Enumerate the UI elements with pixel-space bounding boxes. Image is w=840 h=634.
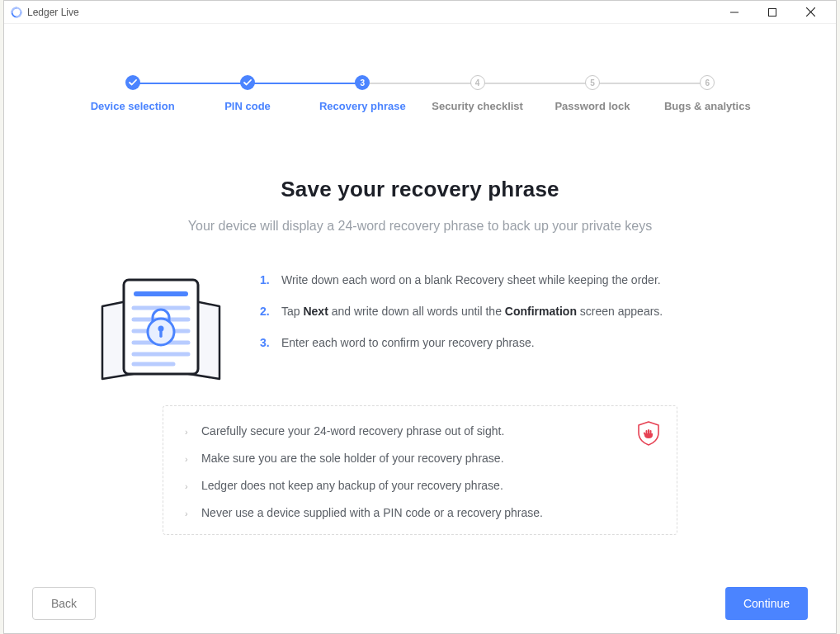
minimize-button[interactable]	[715, 1, 753, 24]
step-security-checklist: 4 Security checklist	[420, 75, 535, 112]
onboarding-stepper: Device selection PIN code 3 Recovery phr…	[4, 24, 836, 112]
instruction-item: Write down each word on a blank Recovery…	[260, 273, 663, 286]
chevron-right-icon: ›	[185, 481, 201, 491]
step-circle-pending: 6	[700, 75, 715, 90]
step-bugs-analytics: 6 Bugs & analytics	[650, 75, 765, 112]
step-label: Bugs & analytics	[664, 100, 751, 112]
step-label: PIN code	[224, 100, 271, 112]
back-button[interactable]: Back	[32, 587, 96, 620]
warning-item: ›Make sure you are the sole holder of yo…	[185, 452, 655, 465]
step-label: Security checklist	[432, 100, 523, 112]
step-connector	[133, 83, 248, 84]
step-connector	[248, 83, 362, 84]
footer-bar: Back Continue	[4, 574, 836, 633]
window-title: Ledger Live	[27, 7, 715, 18]
step-circle-current: 3	[355, 75, 370, 90]
step-label: Device selection	[91, 100, 175, 112]
instruction-text: Write down each word on a blank Recovery…	[281, 273, 661, 286]
step-password-lock: 5 Password lock	[535, 75, 649, 112]
app-logo-icon	[11, 7, 22, 18]
recovery-sheet-illustration-icon	[87, 273, 235, 381]
page-title: Save your recovery phrase	[87, 177, 753, 202]
instruction-item: Tap Next and write down all words until …	[260, 305, 663, 318]
svg-rect-1	[769, 8, 776, 16]
maximize-button[interactable]	[753, 1, 791, 24]
chevron-right-icon: ›	[185, 427, 201, 437]
titlebar: Ledger Live	[4, 1, 836, 24]
step-circle-pending: 4	[470, 75, 485, 90]
step-device-selection: Device selection	[75, 75, 190, 112]
app-window: Ledger Live Device selection PIN code	[3, 0, 837, 634]
warning-list: ›Carefully secure your 24-word recovery …	[185, 424, 655, 519]
step-connector	[592, 83, 707, 84]
warning-item: ›Ledger does not keep any backup of your…	[185, 479, 655, 492]
warning-item: ›Never use a device supplied with a PIN …	[185, 506, 655, 519]
check-icon	[129, 79, 137, 86]
continue-button[interactable]: Continue	[725, 587, 808, 620]
svg-rect-7	[134, 291, 188, 296]
step-circle-done	[240, 75, 255, 90]
page-subtitle: Your device will display a 24-word recov…	[87, 219, 753, 234]
step-circle-done	[125, 75, 140, 90]
security-warnings-box: ›Carefully secure your 24-word recovery …	[163, 405, 677, 535]
window-controls	[715, 1, 829, 24]
step-connector	[362, 83, 477, 84]
check-icon	[243, 79, 252, 86]
shield-hand-icon	[637, 421, 660, 446]
chevron-right-icon: ›	[185, 454, 201, 464]
instruction-item: Enter each word to confirm your recovery…	[260, 336, 663, 349]
step-connector	[478, 83, 592, 84]
svg-rect-16	[159, 329, 162, 338]
main-panel: Save your recovery phrase Your device wi…	[4, 112, 836, 535]
instructions-section: Write down each word on a blank Recovery…	[87, 273, 753, 381]
instruction-text: Enter each word to confirm your recovery…	[281, 336, 535, 349]
step-recovery-phrase: 3 Recovery phrase	[305, 75, 420, 112]
close-button[interactable]	[791, 1, 829, 24]
content-area: Device selection PIN code 3 Recovery phr…	[4, 24, 836, 633]
instruction-list: Write down each word on a blank Recovery…	[260, 273, 663, 367]
step-circle-pending: 5	[585, 75, 600, 90]
step-label: Password lock	[554, 100, 630, 112]
step-pin-code: PIN code	[190, 75, 304, 112]
step-label: Recovery phrase	[319, 100, 406, 112]
chevron-right-icon: ›	[185, 509, 201, 518]
warning-item: ›Carefully secure your 24-word recovery …	[185, 424, 655, 438]
